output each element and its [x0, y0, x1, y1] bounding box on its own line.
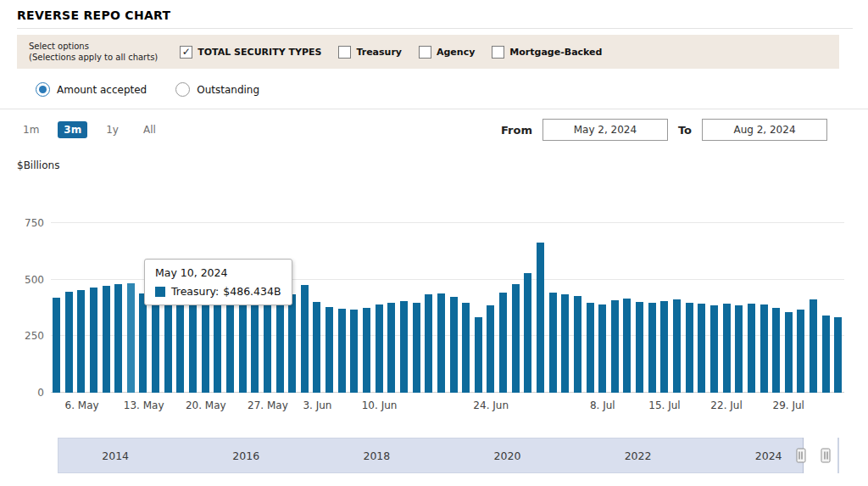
- checkbox-mortgage-backed[interactable]: Mortgage-Backed: [492, 46, 602, 59]
- bar-2024-07-15[interactable]: [660, 301, 668, 393]
- bar-2024-05-03[interactable]: [65, 292, 73, 393]
- bar-2024-06-27[interactable]: [524, 273, 531, 393]
- bar-2024-06-24[interactable]: [487, 305, 494, 393]
- x-axis-tick-label: 15. Jul: [648, 399, 680, 411]
- radio-unselected-icon[interactable]: [175, 82, 190, 97]
- bar-2024-07-08[interactable]: [598, 304, 606, 393]
- bar-2024-07-30[interactable]: [797, 310, 804, 393]
- y-axis-title: $Billions: [17, 159, 868, 171]
- checkbox-total-security-types[interactable]: ✓TOTAL SECURITY TYPES: [180, 46, 321, 59]
- chart-tooltip: May 10, 2024 Treasury: $486.434B: [144, 259, 292, 305]
- x-axis-tick-label: 3. Jun: [303, 399, 331, 411]
- bar-2024-06-25[interactable]: [499, 293, 507, 393]
- bar-2024-05-28[interactable]: [264, 293, 271, 393]
- bar-2024-07-17[interactable]: [686, 303, 693, 393]
- bar-2024-05-24[interactable]: [251, 300, 259, 393]
- bar-2024-06-04[interactable]: [326, 307, 333, 393]
- to-date-input[interactable]: [702, 119, 827, 141]
- bar-2024-07-29[interactable]: [785, 312, 793, 393]
- bar-2024-06-07[interactable]: [363, 308, 370, 393]
- bar-2024-06-28[interactable]: [537, 243, 544, 393]
- zoom-button-all[interactable]: All: [137, 121, 162, 138]
- x-axis-tick-label: 20. May: [186, 399, 226, 411]
- x-axis-tick-label: 27. May: [248, 399, 288, 411]
- bar-2024-05-09[interactable]: [114, 284, 122, 393]
- bar-2024-05-21[interactable]: [214, 293, 221, 393]
- tooltip-value: $486.434B: [223, 285, 281, 298]
- navigator-left-handle[interactable]: [796, 449, 805, 463]
- bar-2024-05-08[interactable]: [103, 286, 110, 393]
- bar-2024-05-20[interactable]: [202, 294, 209, 393]
- checkbox-checked-icon[interactable]: ✓: [180, 46, 192, 59]
- bar-2024-07-16[interactable]: [673, 299, 681, 393]
- x-axis-tick-label: 22. Jul: [710, 399, 742, 411]
- tooltip-date: May 10, 2024: [155, 266, 281, 279]
- bar-2024-06-21[interactable]: [475, 317, 482, 393]
- x-axis-tick-label: 24. Jun: [473, 399, 509, 411]
- bar-2024-05-02[interactable]: [53, 298, 60, 393]
- checkbox-unchecked-box[interactable]: [492, 46, 504, 59]
- bar-2024-05-13[interactable]: [139, 293, 147, 393]
- checkbox-unchecked-box[interactable]: [419, 46, 431, 59]
- bar-2024-05-06[interactable]: [77, 290, 85, 393]
- bar-2024-07-24[interactable]: [748, 304, 755, 393]
- bar-2024-07-11[interactable]: [636, 302, 643, 393]
- x-axis-tick-label: 29. Jul: [772, 399, 804, 411]
- select-options-line2: (Selections apply to all charts): [29, 52, 158, 63]
- bar-2024-05-17[interactable]: [189, 293, 197, 393]
- time-navigator[interactable]: 201420162018202020222024: [58, 438, 839, 473]
- from-label: From: [501, 124, 532, 137]
- bar-2024-07-12[interactable]: [648, 303, 656, 393]
- radio-label: Outstanding: [197, 84, 259, 96]
- bar-2024-08-02[interactable]: [834, 317, 842, 393]
- radio-amount-accepted[interactable]: Amount accepted: [36, 82, 147, 97]
- bar-2024-07-22[interactable]: [723, 304, 731, 393]
- bar-2024-06-12[interactable]: [400, 301, 408, 393]
- bar-2024-06-26[interactable]: [512, 284, 520, 393]
- bar-2024-05-29[interactable]: [276, 292, 284, 393]
- checkbox-treasury[interactable]: Treasury: [338, 46, 402, 59]
- checkbox-label: Mortgage-Backed: [509, 47, 602, 58]
- navigator-right-handle[interactable]: [821, 449, 831, 463]
- grip-icon: [824, 452, 827, 460]
- bar-2024-07-01[interactable]: [549, 293, 557, 393]
- bar-2024-05-10[interactable]: [127, 283, 135, 394]
- bar-2024-06-03[interactable]: [313, 302, 320, 393]
- radio-selected-icon[interactable]: [36, 82, 50, 97]
- bar-2024-07-31[interactable]: [810, 299, 817, 393]
- bar-2024-05-22[interactable]: [226, 293, 234, 393]
- bar-2024-05-31[interactable]: [301, 285, 309, 393]
- bar-2024-07-09[interactable]: [611, 300, 619, 393]
- bar-2024-06-11[interactable]: [387, 303, 395, 393]
- checkbox-unchecked-box[interactable]: [338, 46, 351, 59]
- navigator-year-label: 2024: [755, 450, 782, 462]
- bar-2024-07-03[interactable]: [574, 296, 581, 393]
- bar-2024-06-06[interactable]: [350, 310, 358, 393]
- bar-2024-05-07[interactable]: [90, 288, 97, 393]
- bar-2024-07-18[interactable]: [698, 304, 705, 393]
- bar-2024-07-10[interactable]: [623, 299, 631, 393]
- from-date-input[interactable]: [542, 119, 668, 141]
- bar-2024-07-23[interactable]: [735, 305, 743, 393]
- bar-2024-06-20[interactable]: [462, 303, 470, 393]
- bar-2024-06-17[interactable]: [437, 293, 445, 393]
- radio-outstanding[interactable]: Outstanding: [175, 82, 259, 97]
- bar-2024-05-30[interactable]: [288, 294, 296, 393]
- zoom-button-1y[interactable]: 1y: [100, 121, 125, 138]
- zoom-button-1m[interactable]: 1m: [17, 121, 45, 138]
- bar-2024-07-19[interactable]: [710, 305, 718, 393]
- zoom-button-3m[interactable]: 3m: [58, 121, 87, 138]
- bar-2024-06-14[interactable]: [425, 294, 432, 393]
- bar-2024-06-13[interactable]: [413, 303, 420, 393]
- bar-2024-07-05[interactable]: [587, 303, 594, 393]
- bar-2024-06-18[interactable]: [450, 297, 458, 393]
- bar-2024-07-26[interactable]: [772, 308, 780, 393]
- bar-2024-05-23[interactable]: [239, 294, 247, 393]
- bar-2024-06-10[interactable]: [376, 304, 383, 393]
- checkbox-label: TOTAL SECURITY TYPES: [198, 47, 321, 58]
- bar-2024-08-01[interactable]: [822, 316, 830, 393]
- bar-2024-07-02[interactable]: [561, 294, 569, 393]
- checkbox-agency[interactable]: Agency: [419, 46, 475, 59]
- bar-2024-06-05[interactable]: [338, 309, 346, 393]
- bar-2024-07-25[interactable]: [760, 304, 768, 393]
